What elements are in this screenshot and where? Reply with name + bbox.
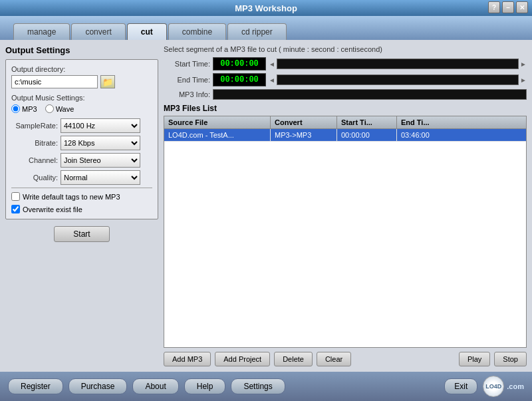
tab-cdripper[interactable]: cd ripper [227, 23, 287, 40]
play-button[interactable]: Play [459, 352, 490, 366]
start-btn-row: Start [5, 226, 158, 242]
table-body: LO4D.com - TestA... MP3->MP3 00:00:00 03… [164, 129, 526, 142]
quality-select[interactable]: Low Normal High Very High [61, 170, 140, 185]
output-format-radio-group: MP3 Wave [11, 104, 152, 113]
checkbox2-row: Overwrite exist file [11, 205, 152, 213]
minimize-button[interactable]: – [502, 1, 514, 13]
samplerate-label: SampleRate: [11, 122, 58, 130]
checkbox1-row: Write default tags to new MP3 [11, 192, 152, 201]
end-time-slider-row: ◄ ► [269, 74, 527, 85]
logo-area: LO4D .com [483, 376, 524, 397]
help-footer-button[interactable]: Help [184, 378, 226, 394]
add-project-button[interactable]: Add Project [215, 352, 270, 366]
table-header: Source File Convert Start Ti... End Ti..… [164, 116, 526, 129]
col-end-time: End Ti... [397, 116, 457, 128]
action-buttons: Add MP3 Add Project Delete Clear Play St… [164, 352, 527, 366]
tab-convert[interactable]: convert [71, 23, 125, 40]
radio-mp3[interactable] [11, 104, 20, 113]
footer: Register Purchase About Help Settings Ex… [0, 372, 532, 401]
end-time-row: End Time: 00:00:00 ◄ ► [164, 73, 527, 86]
main-content: Output Settings Output directory: 📁 Outp… [0, 40, 532, 372]
samplerate-select[interactable]: 8000 Hz 11025 Hz 22050 Hz 44100 Hz 48000… [61, 118, 140, 133]
bitrate-row: Bitrate: 32 Kbps 64 Kbps 96 Kbps 128 Kbp… [11, 136, 152, 150]
bitrate-label: Bitrate: [11, 139, 58, 147]
purchase-button[interactable]: Purchase [68, 378, 128, 394]
footer-right: Exit LO4D .com [444, 376, 524, 397]
output-music-label: Output Music Settings: [11, 94, 152, 102]
folder-browse-button[interactable]: 📁 [100, 75, 115, 88]
end-slider-right-arrow[interactable]: ► [520, 76, 527, 84]
tab-bar: manage convert cut combine cd ripper [0, 16, 532, 40]
channel-row: Channel: Mono Stereo Joint Stereo Join S… [11, 153, 152, 168]
tab-cut[interactable]: cut [127, 23, 167, 40]
quality-row: Quality: Low Normal High Very High [11, 170, 152, 185]
settings-box: Output directory: 📁 Output Music Setting… [5, 59, 158, 219]
files-table: Source File Convert Start Ti... End Ti..… [164, 116, 527, 348]
settings-button[interactable]: Settings [231, 378, 285, 394]
end-time-label: End Time: [164, 76, 210, 84]
end-time-slider[interactable] [277, 74, 519, 85]
cell-convert: MP3->MP3 [271, 129, 337, 141]
col-start-time: Start Ti... [337, 116, 397, 128]
end-slider-left-arrow[interactable]: ◄ [269, 76, 275, 84]
mp3info-label: MP3 Info: [164, 90, 210, 98]
stop-button[interactable]: Stop [494, 352, 527, 366]
help-button[interactable]: ? [488, 1, 500, 13]
dir-row: 📁 [11, 75, 152, 88]
col-convert: Convert [271, 116, 337, 128]
overwrite-file-checkbox[interactable] [11, 205, 20, 213]
tab-manage[interactable]: manage [13, 23, 70, 40]
start-time-display: 00:00:00 [213, 57, 266, 70]
quality-label: Quality: [11, 174, 58, 182]
close-button[interactable]: ✕ [516, 1, 528, 13]
left-panel: Output Settings Output directory: 📁 Outp… [5, 45, 158, 366]
app-title: MP3 Workshop [235, 3, 297, 13]
end-time-display: 00:00:00 [213, 73, 266, 86]
cell-start-time: 00:00:00 [337, 129, 397, 141]
radio-wave-label[interactable]: Wave [45, 104, 74, 113]
radio-mp3-label[interactable]: MP3 [11, 104, 37, 113]
add-mp3-button[interactable]: Add MP3 [164, 352, 211, 366]
col-source-file: Source File [164, 116, 271, 128]
instruction-text: Select segment of a MP3 file to cut ( mi… [164, 45, 527, 53]
start-slider-left-arrow[interactable]: ◄ [269, 61, 275, 68]
start-time-row: Start Time: 00:00:00 ◄ ► [164, 57, 527, 70]
start-button[interactable]: Start [54, 226, 109, 242]
output-dir-label: Output directory: [11, 65, 152, 73]
right-panel: Select segment of a MP3 file to cut ( mi… [164, 45, 527, 366]
start-time-slider[interactable] [277, 59, 519, 69]
checkbox1-label: Write default tags to new MP3 [23, 193, 120, 201]
start-slider-right-arrow[interactable]: ► [520, 61, 527, 68]
channel-select[interactable]: Mono Stereo Joint Stereo Join Stereo [61, 153, 140, 168]
logo-suffix: .com [507, 382, 524, 390]
cell-end-time: 03:46:00 [397, 129, 457, 141]
clear-button[interactable]: Clear [317, 352, 351, 366]
start-time-label: Start Time: [164, 60, 210, 68]
write-tags-checkbox[interactable] [11, 192, 20, 201]
tab-combine[interactable]: combine [168, 23, 226, 40]
channel-label: Channel: [11, 156, 58, 164]
cell-source-file: LO4D.com - TestA... [164, 129, 271, 141]
logo-text: LO4D [485, 383, 501, 390]
checkbox2-label: Overwrite exist file [23, 205, 82, 213]
about-button[interactable]: About [132, 378, 178, 394]
logo-icon: LO4D [483, 376, 504, 397]
title-bar: MP3 Workshop ? – ✕ [0, 0, 532, 16]
radio-wave[interactable] [45, 104, 54, 113]
title-controls: ? – ✕ [488, 1, 528, 13]
bitrate-select[interactable]: 32 Kbps 64 Kbps 96 Kbps 128 Kbps 192 Kbp… [61, 136, 140, 150]
start-time-slider-row: ◄ ► [269, 59, 527, 69]
exit-button[interactable]: Exit [444, 378, 477, 394]
table-row[interactable]: LO4D.com - TestA... MP3->MP3 00:00:00 03… [164, 129, 526, 142]
files-list-title: MP3 Files List [164, 104, 527, 113]
register-button[interactable]: Register [8, 378, 63, 394]
output-settings-title: Output Settings [5, 45, 158, 55]
output-dir-input[interactable] [11, 75, 98, 88]
mp3info-display [213, 89, 527, 100]
mp3info-row: MP3 Info: [164, 89, 527, 100]
samplerate-row: SampleRate: 8000 Hz 11025 Hz 22050 Hz 44… [11, 118, 152, 133]
delete-button[interactable]: Delete [274, 352, 313, 366]
